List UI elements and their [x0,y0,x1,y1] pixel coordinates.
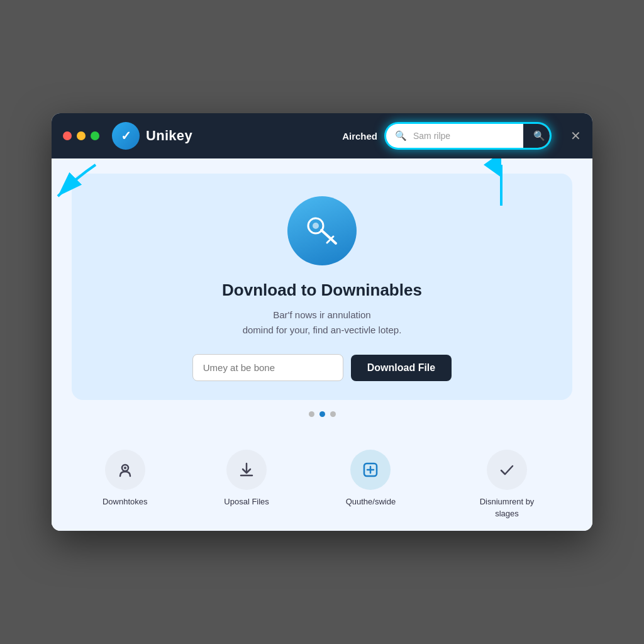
minimize-traffic-light[interactable] [77,131,86,140]
window-close-button[interactable]: ✕ [570,130,581,142]
search-area: Airched 🔍 🔍 [342,124,550,148]
carousel-dot-1[interactable] [309,411,314,417]
disniumrent-label: Disniumrent by slages [472,496,541,519]
bottom-icon-quuthe[interactable]: Quuthe/swide [346,450,396,508]
svg-point-3 [313,223,319,229]
search-wrapper: 🔍 🔍 [386,124,550,148]
quuthe-label: Quuthe/swide [346,496,396,508]
left-arrow-annotation [52,158,102,209]
carousel-dot-3[interactable] [330,411,336,417]
key-icon [303,212,341,250]
logo-icon: ✓ [112,122,140,150]
bottom-icons: Downhtokes Uposal Files Quuthe/swide [52,443,592,530]
hero-title: Dovnload to Downinables [97,280,547,300]
close-traffic-light[interactable] [63,131,72,140]
hero-icon [287,196,357,265]
disniumrent-icon [487,450,527,490]
uposal-label: Uposal Files [224,496,269,508]
file-input[interactable] [192,354,343,381]
download-button[interactable]: Download File [351,355,452,381]
svg-line-6 [327,240,330,243]
hero-actions: Download File [97,354,547,381]
search-button[interactable]: 🔍 [523,124,550,148]
uposal-icon [226,450,267,490]
maximize-traffic-light[interactable] [91,131,99,140]
carousel-dots [72,411,572,417]
search-input[interactable] [413,126,523,146]
titlebar: ✓ Unikey Airched 🔍 🔍 ✕ [52,113,592,158]
logo-area: ✓ Unikey [112,122,192,150]
app-window: ✓ Unikey Airched 🔍 🔍 ✕ [52,113,592,530]
bottom-icon-downhtokes[interactable]: Downhtokes [103,450,148,508]
carousel-dot-2[interactable] [319,411,325,417]
traffic-lights [63,131,99,140]
svg-point-8 [124,467,126,469]
hero-subtitle: Bar'f nows ir annulation domind for your… [97,308,547,338]
downhtokes-label: Downhtokes [103,496,148,508]
up-arrow-annotation [482,158,520,209]
svg-line-5 [331,236,333,239]
search-icon: 🔍 [386,125,413,147]
downhtokes-icon [105,450,145,490]
bottom-icon-disniumrent[interactable]: Disniumrent by slages [472,450,541,519]
search-label: Airched [342,131,377,142]
app-title: Unikey [146,128,192,144]
bottom-icon-uposal[interactable]: Uposal Files [224,450,269,508]
quuthe-icon [350,450,391,490]
